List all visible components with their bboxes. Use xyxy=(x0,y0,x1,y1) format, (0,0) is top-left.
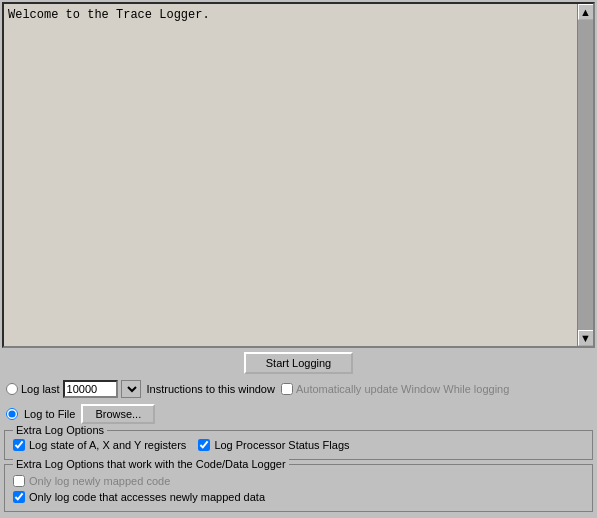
extra-code-options-content: Only log newly mapped code Only log code… xyxy=(13,475,584,503)
log-last-radio[interactable] xyxy=(6,383,18,395)
only-newly-mapped-item: Only log newly mapped code xyxy=(13,475,584,487)
log-state-checkbox[interactable] xyxy=(13,439,25,451)
scroll-track[interactable] xyxy=(578,20,593,330)
only-log-code-label: Only log code that accesses newly mapped… xyxy=(29,491,265,503)
log-last-input[interactable] xyxy=(63,380,118,398)
log-processor-checkbox[interactable] xyxy=(198,439,210,451)
extra-log-options-title: Extra Log Options xyxy=(13,424,107,436)
extra-log-options-content: Log state of A, X and Y registers Log Pr… xyxy=(13,439,584,451)
only-newly-mapped-checkbox[interactable] xyxy=(13,475,25,487)
log-processor-label: Log Processor Status Flags xyxy=(214,439,349,451)
log-processor-checkbox-item: Log Processor Status Flags xyxy=(198,439,349,451)
browse-button[interactable]: Browse... xyxy=(81,404,155,424)
scroll-up-icon: ▲ xyxy=(580,6,591,18)
instructions-label: Instructions to this window xyxy=(147,383,275,395)
controls-row: Start Logging xyxy=(2,352,595,374)
log-output-text: Welcome to the Trace Logger. xyxy=(4,4,593,26)
extra-log-code-options-title: Extra Log Options that work with the Cod… xyxy=(13,458,289,470)
scroll-down-icon: ▼ xyxy=(580,332,591,344)
main-container: Welcome to the Trace Logger. ▲ ▼ Start L… xyxy=(0,0,597,518)
log-state-label: Log state of A, X and Y registers xyxy=(29,439,186,451)
only-log-code-checkbox[interactable] xyxy=(13,491,25,503)
only-newly-mapped-label: Only log newly mapped code xyxy=(29,475,170,487)
log-output-area: Welcome to the Trace Logger. ▲ ▼ xyxy=(2,2,595,348)
log-last-radio-group: Log last ▼ xyxy=(6,380,141,398)
auto-update-checkbox-group: Automatically update Window While loggin… xyxy=(281,383,509,395)
auto-update-checkbox[interactable] xyxy=(281,383,293,395)
extra-log-code-options-box: Extra Log Options that work with the Cod… xyxy=(4,464,593,512)
auto-update-label: Automatically update Window While loggin… xyxy=(296,383,509,395)
extra-log-options-box: Extra Log Options Log state of A, X and … xyxy=(4,430,593,460)
log-state-checkbox-item: Log state of A, X and Y registers xyxy=(13,439,186,451)
log-file-row: Log to File Browse... xyxy=(2,404,595,424)
start-logging-button[interactable]: Start Logging xyxy=(244,352,353,374)
log-to-file-label: Log to File xyxy=(24,408,75,420)
log-last-label: Log last xyxy=(21,383,60,395)
scroll-down-button[interactable]: ▼ xyxy=(578,330,594,346)
log-to-file-radio[interactable] xyxy=(6,408,18,420)
scrollbar-y: ▲ ▼ xyxy=(577,4,593,346)
log-last-dropdown[interactable]: ▼ xyxy=(121,380,141,398)
options-row: Log last ▼ Instructions to this window A… xyxy=(2,380,595,398)
only-log-code-item: Only log code that accesses newly mapped… xyxy=(13,491,584,503)
scroll-up-button[interactable]: ▲ xyxy=(578,4,594,20)
